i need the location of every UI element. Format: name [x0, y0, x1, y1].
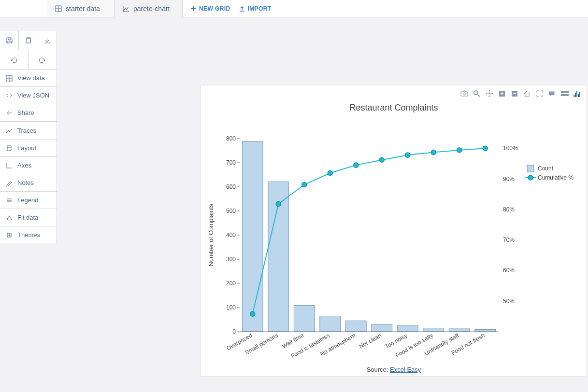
sidebar-item-legend[interactable]: Legend [0, 192, 57, 209]
line-marker[interactable] [379, 157, 384, 162]
y-left-tick-label: 0 [232, 328, 236, 335]
plotly-logo-icon[interactable] [573, 89, 582, 98]
undo-button[interactable] [0, 50, 29, 70]
line-marker[interactable] [431, 150, 436, 154]
camera-icon[interactable] [460, 89, 469, 98]
sidebar-label: Fit data [17, 214, 38, 221]
traces-icon [6, 127, 13, 134]
y-left-tick-label: 200 [226, 280, 236, 287]
new-grid-label: NEW GRID [199, 5, 230, 12]
y-left-tick-label: 500 [226, 208, 236, 214]
sidebar-item-axes[interactable]: Axes [0, 157, 57, 174]
y-left-tick-label: 100 [226, 304, 236, 311]
line-marker[interactable] [354, 163, 359, 168]
y-left-tick-label: 700 [226, 159, 236, 166]
bar[interactable] [320, 316, 341, 332]
bar[interactable] [345, 321, 366, 332]
line-marker[interactable] [276, 201, 281, 206]
sidebar-label: Share [17, 109, 34, 116]
zoom-icon[interactable] [473, 89, 481, 98]
chart-svg-area[interactable]: 010020030040050060070080050%60%70%80%90%… [201, 119, 587, 362]
svg-rect-20 [578, 94, 579, 97]
line-marker[interactable] [483, 146, 488, 151]
download-icon [43, 37, 51, 44]
svg-rect-17 [574, 95, 574, 97]
bar[interactable] [475, 330, 496, 332]
line-marker[interactable] [328, 171, 332, 176]
y-right-tick-label: 80% [503, 206, 515, 213]
pan-icon[interactable] [485, 89, 494, 98]
grid-icon [6, 75, 13, 82]
sidebar-item-view-json[interactable]: View JSON [0, 87, 57, 104]
share-icon [6, 110, 13, 116]
zoom-in-icon[interactable] [498, 89, 506, 98]
svg-rect-21 [579, 92, 580, 97]
legend-icon [6, 197, 13, 204]
axes-icon [6, 162, 13, 169]
top-tab-bar: starter data pareto-chart NEW GRID IMPOR… [0, 0, 588, 17]
svg-rect-15 [561, 91, 569, 93]
sidebar-item-notes[interactable]: Notes [0, 174, 57, 192]
tab-label: starter data [66, 5, 100, 13]
svg-point-8 [9, 216, 10, 217]
sidebar-item-traces[interactable]: Traces [0, 122, 57, 140]
bar[interactable] [242, 141, 263, 332]
sidebar-label: Traces [17, 127, 36, 134]
copy-icon [25, 37, 32, 44]
plus-icon [190, 6, 196, 12]
undo-icon [10, 56, 17, 63]
svg-rect-16 [561, 94, 569, 96]
y-left-tick-label: 400 [226, 232, 236, 238]
chart-title: Restaurant Complaints [201, 103, 587, 113]
layout-icon [6, 145, 13, 152]
home-icon[interactable] [523, 89, 531, 98]
sidebar-item-fit-data[interactable]: Fit data [0, 209, 57, 226]
tab-pareto-chart[interactable]: pareto-chart [115, 0, 183, 17]
quick-actions-row [0, 31, 57, 50]
history-row [0, 50, 57, 70]
chart-source: Source: Excel Easy [201, 366, 587, 373]
sidebar-item-share[interactable]: Share [0, 104, 57, 122]
main-area: Restaurant Complaints 010020030040050060… [57, 17, 588, 392]
sidebar-item-themes[interactable]: Themes [0, 226, 57, 243]
bar[interactable] [423, 328, 444, 332]
sidebar-item-layout[interactable]: Layout [0, 140, 57, 157]
save-button[interactable] [0, 31, 19, 50]
y-left-tick-label: 600 [226, 183, 236, 190]
line-marker[interactable] [405, 153, 410, 157]
import-button[interactable]: IMPORT [239, 5, 272, 12]
grid-icon [55, 5, 62, 12]
redo-button[interactable] [29, 50, 57, 70]
redo-icon [39, 56, 46, 63]
chart-panel: Restaurant Complaints 010020030040050060… [201, 85, 587, 377]
line-chart-icon [123, 5, 129, 12]
bar[interactable] [372, 324, 392, 332]
line-marker[interactable] [250, 311, 255, 316]
tab-starter-data[interactable]: starter data [47, 0, 115, 17]
chart-legend[interactable]: CountCumulative % [525, 165, 574, 181]
bar[interactable] [449, 329, 470, 332]
y-right-tick-label: 70% [503, 237, 515, 243]
y-right-tick-label: 90% [503, 176, 515, 182]
copy-button[interactable] [19, 31, 38, 50]
upload-icon [239, 6, 245, 12]
bar[interactable] [294, 306, 315, 332]
zoom-out-icon[interactable] [510, 89, 519, 98]
themes-icon [6, 232, 13, 238]
download-button[interactable] [38, 31, 57, 50]
tooltip-compare-icon[interactable] [560, 89, 569, 98]
source-link[interactable]: Excel Easy [390, 366, 421, 373]
y-right-tick-label: 60% [503, 267, 515, 274]
tooltip-icon[interactable] [548, 89, 557, 98]
y-right-tick-label: 50% [503, 298, 515, 305]
svg-point-34 [528, 175, 533, 180]
expand-icon[interactable] [535, 89, 544, 98]
new-grid-button[interactable]: NEW GRID [190, 5, 230, 12]
notes-icon [6, 180, 13, 186]
sidebar-label: View JSON [17, 92, 49, 99]
bar[interactable] [397, 325, 418, 332]
import-label: IMPORT [248, 5, 272, 12]
line-marker[interactable] [457, 148, 462, 153]
sidebar-item-view-data[interactable]: View data [0, 70, 57, 87]
line-marker[interactable] [302, 182, 307, 187]
